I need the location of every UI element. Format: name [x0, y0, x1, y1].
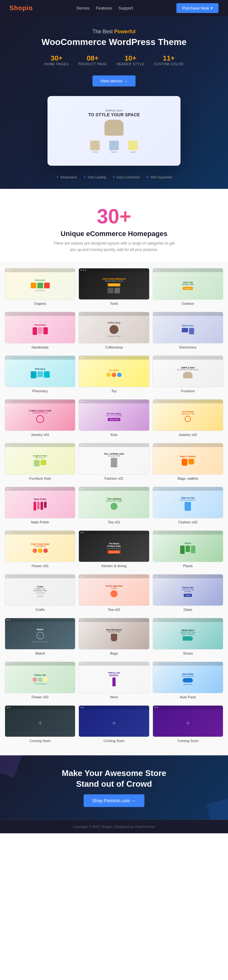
theme-fashion-v01[interactable]: FALL SPRING 2022 COLLECTION Fashion v01: [79, 443, 149, 480]
themes-row-4: A NEW LEGACY FOR MODERN STYLE Jewelry v0…: [5, 399, 223, 437]
hero-features: ✦Responsive ✦Fast Loading ✦Easy Customiz…: [10, 172, 218, 183]
site-footer: Copyright © 2022 Shopio | Designed by Op…: [0, 820, 228, 833]
theme-bags-wallets[interactable]: Bags & Wallets Bags, wallets: [153, 443, 223, 480]
themes-row-11: + Coming Soon + Coming Soon +: [5, 705, 223, 743]
theme-watch[interactable]: Watch Premium Collection Watch: [5, 618, 75, 655]
theme-coffeeshop[interactable]: Coffee Shop Premium Coffee Coffeeshop: [79, 312, 149, 349]
theme-coffeeshop-thumb: Coffee Shop Premium Coffee: [79, 312, 149, 344]
theme-outdoor-label: Outdoor: [182, 302, 194, 305]
theme-bags2[interactable]: New Backpack Collection 2022 Bags: [79, 618, 149, 655]
theme-fashion-v01-thumb: FALL SPRING 2022 COLLECTION: [79, 443, 149, 475]
theme-coming-soon-1[interactable]: + Coming Soon: [5, 705, 75, 743]
theme-kids[interactable]: All Your Baby Items In One Place Shop No…: [79, 399, 149, 437]
theme-shoes[interactable]: NEED HELP SELECTING THE RIGHT SHOE? Shoe…: [153, 618, 223, 655]
stat-homepages: 30+ Home Pages: [44, 54, 69, 66]
theme-glass[interactable]: There's No Time Like The Present Shop Gl…: [153, 574, 223, 611]
theme-nails-polish-label: Nails Polish: [31, 520, 49, 524]
theme-toy-label: Toy: [111, 389, 117, 393]
theme-handmade[interactable]: Handmade Handmade: [5, 312, 75, 349]
theme-handmade-thumb: Handmade: [5, 312, 75, 344]
theme-coming-soon-2[interactable]: + Coming Soon: [79, 705, 149, 743]
theme-tea-v01-thumb: That Uplifting Feeling You've Been: [79, 487, 149, 519]
theme-tea-v01[interactable]: That Uplifting Feeling You've Been Tea v…: [79, 487, 149, 524]
theme-organic-label: Organic: [34, 302, 46, 305]
bottom-cta-title: Make Your Awesome StoreStand out of Crow…: [10, 768, 218, 789]
theme-furniture-kids[interactable]: Inspired Kids Room Style Furniture Kids: [5, 443, 75, 480]
theme-flower-v02[interactable]: Flower v02 Fresh Flowers Flower v02: [5, 662, 75, 699]
mockup-text-lg: TO STYLE YOUR SPACE: [88, 112, 140, 117]
themes-row-9: Watch Premium Collection Watch New Backp…: [5, 618, 223, 655]
theme-jewelry-v02[interactable]: The Perfect Jewelry For You Jewelry v02: [153, 399, 223, 437]
theme-coming-soon-1-label: Coming Soon: [30, 739, 51, 743]
feature-1: ✦Responsive: [56, 175, 77, 179]
bottom-cta-button[interactable]: Shop Porioton.com →: [84, 794, 145, 807]
theme-toy[interactable]: Toy Store Toy: [79, 355, 149, 393]
coming-soon-plus-2: +: [112, 719, 116, 727]
theme-furniture-label: Furniture: [181, 389, 195, 393]
nav-features[interactable]: Features: [96, 6, 112, 10]
theme-fashion-v02[interactable]: Gifts For Her Fashion Collection Fashion…: [153, 487, 223, 524]
theme-bags-wallets-thumb: Bags & Wallets: [153, 443, 223, 475]
theme-handmade-label: Handmade: [32, 345, 49, 349]
theme-jewelry-v01-label: Jewelry v01: [31, 433, 49, 437]
theme-flower-v01-thumb: FIND YOUR OWN HAPPINESS: [5, 530, 75, 562]
theme-wine[interactable]: FINCA LAS MORAL Wine: [79, 662, 149, 699]
counter-desc: There are various pre-designed layouts w…: [51, 240, 177, 253]
theme-bags2-label: Bags: [110, 651, 118, 655]
theme-auto-parts[interactable]: Auto Parts Best Collection Shop Now Auto…: [153, 662, 223, 699]
theme-pharmacy-label: Pharmacy: [32, 389, 48, 393]
nav-support[interactable]: Support: [119, 6, 133, 10]
theme-fashion-v02-thumb: Gifts For Her Fashion Collection: [153, 487, 223, 519]
theme-fashion-v01-label: Fashion v01: [104, 477, 124, 480]
themes-row-5: Inspired Kids Room Style Furniture Kids …: [5, 443, 223, 480]
theme-furniture-kids-thumb: Inspired Kids Room Style: [5, 443, 75, 475]
theme-kitchen-dining-thumb: The Black Friday Sale Kitchen & dining S…: [79, 530, 149, 562]
hero-mockup: SIMPLE WAY TO STYLE YOUR SPACE Chair Dec…: [48, 96, 180, 166]
hero-subtitle: The Best Powerful: [10, 29, 218, 35]
theme-wine-label: Wine: [110, 695, 118, 699]
themes-grid-section: ORGANIC Organic HIGH PERFORMANC: [0, 262, 228, 756]
theme-kids-thumb: All Your Baby Items In One Place Shop No…: [79, 399, 149, 431]
theme-fashion-v02-label: Fashion v02: [178, 520, 197, 524]
theme-plants[interactable]: Plants Plants: [153, 530, 223, 568]
theme-nails-polish[interactable]: Nails Polish Nails Polish: [5, 487, 75, 524]
theme-jewelry-v01[interactable]: A NEW LEGACY FOR MODERN STYLE Jewelry v0…: [5, 399, 75, 437]
bottom-cta-section: Make Your Awesome StoreStand out of Crow…: [0, 756, 228, 820]
theme-pharmacy[interactable]: Pharmacy Pharmacy: [5, 355, 75, 393]
theme-toy-thumb: Toy Store: [79, 355, 149, 387]
theme-electronics-label: Electronics: [179, 345, 196, 349]
theme-auto-parts-label: Auto Parts: [180, 695, 196, 699]
themes-row-2: Handmade Handmade Coffee Shop: [5, 312, 223, 349]
theme-tea-v02[interactable]: You've Had That Quality Tea v02: [79, 574, 149, 611]
view-demos-button[interactable]: View demos →: [92, 75, 135, 86]
nav-demos[interactable]: Demos: [77, 6, 90, 10]
themes-row-6: Nails Polish Nails Polish Tha: [5, 487, 223, 524]
theme-kids-label: Kids: [111, 433, 117, 437]
theme-crafts[interactable]: Crafts Designs and Handmade Style Crafts: [5, 574, 75, 611]
mockup-chair-image: [104, 120, 124, 135]
theme-tools[interactable]: HIGH PERFORMANCE INDUSTRIAL TOOLS Shop N…: [79, 268, 149, 305]
hero-stats: 30+ Home Pages 08+ Product Page 10+ Head…: [10, 54, 218, 66]
site-logo[interactable]: Shopio: [10, 5, 33, 12]
hero-title: WooCommerce WordPress Theme: [10, 37, 218, 48]
mockup-text-sm: SIMPLE WAY: [105, 109, 122, 112]
theme-furniture-thumb: SIMPLE WAY TO STYLE YOUR SPACE: [153, 355, 223, 387]
theme-outdoor[interactable]: JOIN THE ADVENTURE Explore Outdoor: [153, 268, 223, 305]
theme-auto-parts-thumb: Auto Parts Best Collection Shop Now: [153, 662, 223, 693]
theme-watch-thumb: Watch Premium Collection: [5, 618, 75, 649]
themes-row-8: Crafts Designs and Handmade Style Crafts…: [5, 574, 223, 611]
purchase-button[interactable]: Purchase Now ▾: [176, 3, 218, 13]
theme-bags2-thumb: New Backpack Collection 2022: [79, 618, 149, 649]
hero-section: The Best Powerful WooCommerce WordPress …: [0, 16, 228, 189]
feature-3: ✦Easy Customize: [112, 175, 140, 179]
theme-crafts-label: Crafts: [35, 608, 45, 611]
theme-shoes-label: Shoes: [183, 651, 193, 655]
theme-furniture[interactable]: SIMPLE WAY TO STYLE YOUR SPACE Furniture: [153, 355, 223, 393]
theme-flower-v01[interactable]: FIND YOUR OWN HAPPINESS Flower v01: [5, 530, 75, 568]
theme-electronics[interactable]: Electronics Electronics: [153, 312, 223, 349]
theme-kitchen-dining[interactable]: The Black Friday Sale Kitchen & dining S…: [79, 530, 149, 568]
theme-organic[interactable]: ORGANIC Organic: [5, 268, 75, 305]
theme-jewelry-v01-thumb: A NEW LEGACY FOR MODERN STYLE: [5, 399, 75, 431]
theme-glass-label: Glass: [183, 608, 192, 611]
theme-coming-soon-3[interactable]: + Coming Soon: [153, 705, 223, 743]
